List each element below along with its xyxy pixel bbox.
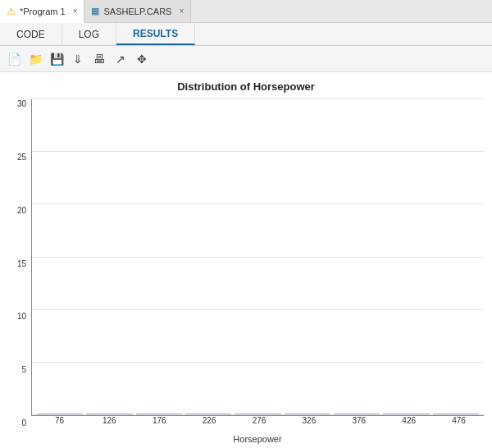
save-button[interactable]: 💾 bbox=[48, 50, 66, 68]
new-button[interactable]: 📄 bbox=[5, 50, 23, 68]
open-button[interactable]: 📁 bbox=[26, 50, 44, 68]
tab-log[interactable]: LOG bbox=[62, 23, 116, 45]
toolbar: 📄 📁 💾 ⇓ 🖶 ↗ ✥ bbox=[0, 46, 492, 72]
x-axis-label: 426 bbox=[384, 416, 434, 432]
x-axis-label: 126 bbox=[84, 416, 134, 432]
tab-results[interactable]: RESULTS bbox=[116, 23, 195, 45]
expand-button[interactable]: ↗ bbox=[112, 50, 130, 68]
bars-container bbox=[31, 99, 484, 416]
y-axis-label: 10 bbox=[17, 312, 26, 321]
grid-line bbox=[32, 203, 484, 204]
chart-inner: 76126176226276326376426476 Horsepower bbox=[31, 99, 484, 444]
y-axis-label: 0 bbox=[21, 418, 26, 427]
x-axis-title: Horsepower bbox=[31, 434, 484, 444]
sashelp-tab[interactable]: ▦ SASHELP.CARS × bbox=[84, 0, 191, 22]
program-tab[interactable]: ⚠ *Program 1 × bbox=[0, 0, 84, 23]
y-axis-label: 5 bbox=[21, 365, 26, 374]
chart-wrapper: 051015202530 76126176226276326376426476 … bbox=[8, 99, 484, 444]
table-icon: ▦ bbox=[91, 6, 99, 16]
program-tab-close[interactable]: × bbox=[73, 7, 78, 16]
x-axis-label: 326 bbox=[284, 416, 334, 432]
grid-line bbox=[32, 257, 484, 258]
tab-code[interactable]: CODE bbox=[0, 23, 62, 45]
title-bar: ⚠ *Program 1 × ▦ SASHELP.CARS × bbox=[0, 0, 492, 23]
warning-icon: ⚠ bbox=[7, 6, 16, 17]
chart-title: Distribution of Horsepower bbox=[177, 80, 315, 93]
x-axis-label: 376 bbox=[334, 416, 384, 432]
print-button[interactable]: 🖶 bbox=[90, 50, 108, 68]
sashelp-tab-close[interactable]: × bbox=[179, 7, 184, 16]
x-axis-label: 276 bbox=[235, 416, 285, 432]
x-axis-label: 226 bbox=[184, 416, 235, 432]
sashelp-tab-label: SASHELP.CARS bbox=[103, 7, 171, 16]
y-axis: 051015202530 bbox=[8, 99, 31, 444]
y-axis-label: 25 bbox=[17, 153, 26, 162]
view-tabs: CODE LOG RESULTS bbox=[0, 23, 492, 46]
chart-area: Distribution of Horsepower 051015202530 … bbox=[0, 72, 492, 448]
grid-line bbox=[32, 151, 484, 152]
x-axis-labels: 76126176226276326376426476 bbox=[31, 416, 484, 432]
program-tab-label: *Program 1 bbox=[20, 7, 66, 16]
grid-line bbox=[32, 414, 484, 415]
y-axis-label: 15 bbox=[17, 259, 26, 268]
collapse-button[interactable]: ✥ bbox=[133, 50, 151, 68]
grid-line bbox=[32, 362, 484, 363]
download-button[interactable]: ⇓ bbox=[69, 50, 87, 68]
grid-line bbox=[32, 98, 484, 99]
grid-line bbox=[32, 309, 484, 310]
x-axis-label: 476 bbox=[434, 416, 484, 432]
y-axis-label: 30 bbox=[17, 99, 26, 108]
y-axis-label: 20 bbox=[17, 206, 26, 215]
x-axis-label: 76 bbox=[34, 416, 84, 432]
x-axis-label: 176 bbox=[134, 416, 184, 432]
